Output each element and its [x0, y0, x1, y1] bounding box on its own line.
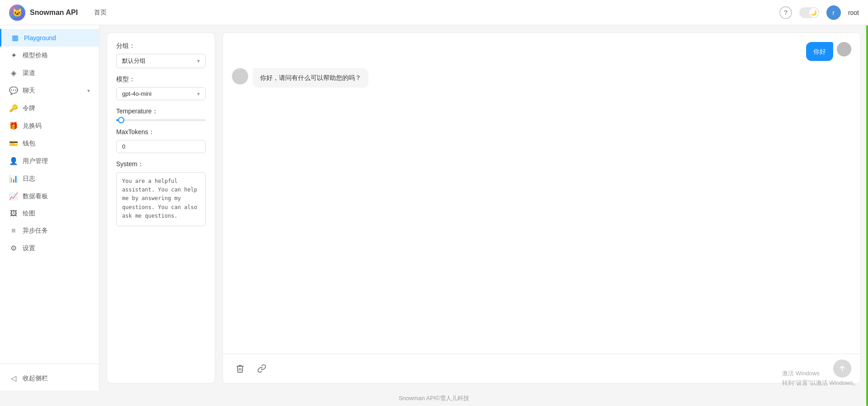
sidebar-item-label: 数据看板 — [23, 192, 48, 201]
delete-conversation-button[interactable] — [232, 360, 248, 377]
sidebar-item-model-price[interactable]: ✦ 模型价格 — [0, 47, 99, 64]
group-label: 分组： — [116, 42, 206, 50]
sidebar-item-label: 绘图 — [23, 210, 35, 218]
help-button[interactable]: ? — [779, 6, 792, 19]
footer-text: Snowman API©雪人儿科技 — [399, 395, 469, 401]
sidebar-item-async-task[interactable]: ≡ 异步任务 — [0, 222, 99, 239]
sidebar-item-label: 用户管理 — [23, 157, 48, 165]
chat-icon: 💬 — [9, 86, 18, 95]
temperature-slider-track — [116, 119, 206, 121]
collapse-icon: ◁ — [9, 374, 18, 383]
header-right: ? 🌙 r root — [779, 5, 859, 20]
chat-panel: 你好 你好，请问有什么可以帮助您的吗？ — [222, 33, 861, 383]
dashboard-icon: 📈 — [9, 192, 18, 201]
group-select[interactable]: 默认分组 ▾ — [116, 54, 206, 68]
temperature-slider-thumb[interactable] — [118, 117, 124, 123]
user-message-bubble: 你好 — [806, 42, 833, 61]
system-textarea[interactable]: You are a helpful assistant. You can hel… — [116, 172, 206, 226]
logo-container: 🐱 Snowman API — [9, 5, 78, 21]
content-area: 分组： 默认分组 ▾ 模型： gpt-4o-mini ▾ Temperature… — [99, 25, 868, 391]
logo-icon: 🐱 — [9, 5, 25, 21]
model-price-icon: ✦ — [9, 51, 18, 60]
sidebar-item-label: 钱包 — [23, 140, 35, 148]
sidebar-item-chat[interactable]: 💬 聊天 ▾ — [0, 82, 99, 99]
sidebar-item-drawing[interactable]: 🖼 绘图 — [0, 205, 99, 222]
sidebar-item-log[interactable]: 📊 日志 — [0, 170, 99, 187]
maxtokens-label: MaxTokens： — [116, 128, 206, 136]
sidebar-item-label: 聊天 — [23, 87, 35, 95]
sidebar-item-redeem[interactable]: 🎁 兑换码 — [0, 117, 99, 135]
sidebar-item-label: 日志 — [23, 175, 35, 183]
chat-footer — [223, 354, 860, 383]
bot-avatar — [232, 68, 248, 84]
bot-message-row: 你好，请问有什么可以帮助您的吗？ — [232, 68, 851, 87]
sidebar: ▦ Playground ✦ 模型价格 ◈ 渠道 💬 聊天 ▾ 🔑 令牌 🎁 兑… — [0, 25, 99, 391]
user-message-row: 你好 — [232, 42, 851, 61]
sidebar-item-label: 异步任务 — [23, 227, 48, 235]
copy-link-button[interactable] — [254, 360, 270, 377]
system-label: System： — [116, 160, 206, 168]
send-button[interactable] — [833, 359, 851, 378]
scrollbar-indicator — [866, 25, 868, 406]
model-select[interactable]: gpt-4o-mini ▾ — [116, 87, 206, 100]
sidebar-item-playground[interactable]: ▦ Playground — [0, 29, 99, 47]
collapse-sidebar-button[interactable]: ◁ 收起侧栏 — [0, 369, 99, 387]
user-avatar[interactable]: r — [826, 5, 841, 20]
chevron-down-icon: ▾ — [87, 88, 90, 94]
model-select-value: gpt-4o-mini — [122, 90, 151, 97]
sidebar-item-label: Playground — [24, 34, 56, 42]
sidebar-item-settings[interactable]: ⚙ 设置 — [0, 239, 99, 257]
sidebar-item-user-management[interactable]: 👤 用户管理 — [0, 152, 99, 170]
group-select-value: 默认分组 — [122, 57, 146, 65]
maxtokens-field: MaxTokens： — [116, 128, 206, 153]
theme-knob: 🌙 — [809, 8, 818, 17]
maxtokens-input[interactable] — [116, 140, 206, 153]
sidebar-bottom: ◁ 收起侧栏 — [0, 364, 99, 387]
sidebar-item-wallet[interactable]: 💳 钱包 — [0, 135, 99, 152]
sidebar-item-channel[interactable]: ◈ 渠道 — [0, 64, 99, 82]
sidebar-item-label: 兑换码 — [23, 122, 42, 130]
drawing-icon: 🖼 — [9, 210, 18, 218]
user-message-avatar — [837, 42, 851, 56]
temperature-field: Temperature： — [116, 107, 206, 121]
username: root — [848, 9, 859, 16]
group-field: 分组： 默认分组 ▾ — [116, 42, 206, 68]
sidebar-item-label: 模型价格 — [23, 51, 48, 60]
user-management-icon: 👤 — [9, 157, 18, 165]
temperature-label: Temperature： — [116, 107, 206, 116]
chat-footer-left — [232, 360, 270, 377]
sidebar-item-label: 设置 — [23, 244, 35, 252]
nav-home[interactable]: 首页 — [94, 9, 107, 17]
sidebar-item-token[interactable]: 🔑 令牌 — [0, 99, 99, 117]
chat-messages: 你好 你好，请问有什么可以帮助您的吗？ — [223, 33, 860, 354]
system-field: System： You are a helpful assistant. You… — [116, 160, 206, 228]
model-label: 模型： — [116, 75, 206, 84]
main-layout: ▦ Playground ✦ 模型价格 ◈ 渠道 💬 聊天 ▾ 🔑 令牌 🎁 兑… — [0, 25, 868, 391]
sidebar-item-label: 令牌 — [23, 104, 35, 112]
redeem-icon: 🎁 — [9, 121, 18, 130]
log-icon: 📊 — [9, 174, 18, 183]
model-chevron-icon: ▾ — [197, 91, 200, 97]
sidebar-item-dashboard[interactable]: 📈 数据看板 — [0, 187, 99, 205]
bot-message-bubble: 你好，请问有什么可以帮助您的吗？ — [253, 68, 368, 87]
sidebar-item-label: 渠道 — [23, 69, 35, 77]
group-chevron-icon: ▾ — [197, 58, 200, 64]
settings-panel: 分组： 默认分组 ▾ 模型： gpt-4o-mini ▾ Temperature… — [107, 33, 215, 383]
token-icon: 🔑 — [9, 104, 18, 112]
async-task-icon: ≡ — [9, 227, 18, 235]
model-field: 模型： gpt-4o-mini ▾ — [116, 75, 206, 100]
header: 🐱 Snowman API 首页 ? 🌙 r root — [0, 0, 868, 25]
page-footer: Snowman API©雪人儿科技 — [0, 391, 868, 406]
app-title: Snowman API — [30, 9, 78, 17]
wallet-icon: 💳 — [9, 139, 18, 148]
channel-icon: ◈ — [9, 69, 18, 77]
settings-icon: ⚙ — [9, 244, 18, 252]
theme-toggle[interactable]: 🌙 — [799, 7, 819, 18]
collapse-label: 收起侧栏 — [23, 374, 48, 383]
playground-icon: ▦ — [10, 33, 19, 42]
